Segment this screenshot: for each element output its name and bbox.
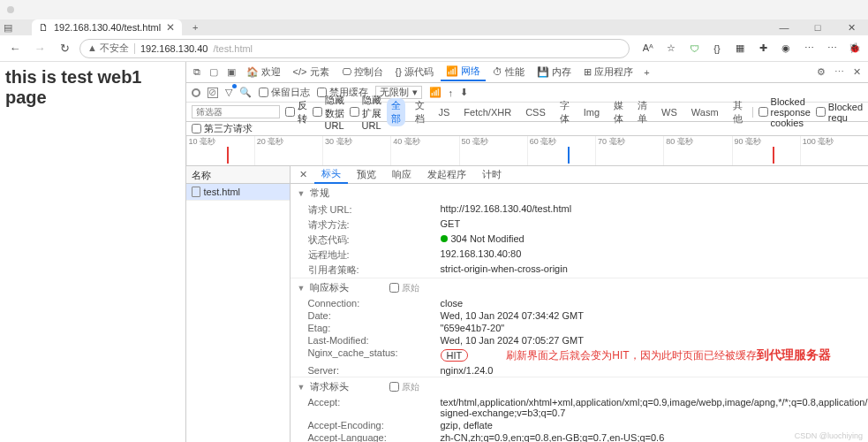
header-value: http://192.168.130.40/test.html — [441, 203, 869, 217]
header-row: 状态代码:304 Not Modified — [291, 232, 869, 248]
watermark: CSDN @luochiying — [795, 431, 863, 440]
header-row: 请求 URL:http://192.168.130.40/test.html — [291, 202, 869, 217]
browser-tabs: ▤ 🗋 192.168.130.40/test.html ✕ + — □ ✕ — [0, 19, 868, 35]
timeline-mark — [773, 147, 774, 164]
header-row: 请求方法:GET — [291, 217, 869, 232]
header-key: Date: — [308, 310, 441, 321]
forward-button[interactable]: → — [30, 39, 49, 58]
throttle-select[interactable]: 无限制▾ — [375, 86, 422, 99]
header-value: close — [441, 298, 869, 309]
close-detail-icon[interactable]: ✕ — [294, 169, 313, 180]
upload-icon[interactable]: ↑ — [449, 88, 454, 98]
section-header[interactable]: ▼响应标头原始 — [291, 278, 869, 297]
dtab-timing[interactable]: 计时 — [475, 166, 509, 183]
address-bar: ← → ↻ ▲ 不安全 192.168.130.40/test.html Aᴬ … — [0, 35, 868, 62]
tab-memory[interactable]: 💾 内存 — [532, 64, 577, 80]
dtab-response[interactable]: 响应 — [385, 166, 419, 183]
header-key: Server: — [308, 365, 441, 376]
minimize-button[interactable]: — — [767, 22, 801, 34]
header-key: Accept: — [308, 397, 441, 418]
more-icon[interactable]: ⋯ — [824, 41, 840, 57]
tab-list-icon[interactable]: ▤ — [0, 19, 16, 35]
header-key: Accept-Encoding: — [308, 420, 441, 431]
header-value: "659e41b7-20" — [441, 323, 869, 333]
section-header[interactable]: ▼请求标头原始 — [291, 377, 869, 396]
request-item[interactable]: test.html — [186, 184, 290, 201]
header-key: 引用者策略: — [308, 263, 441, 277]
download-icon[interactable]: ⬇ — [460, 87, 468, 98]
header-value: GET — [441, 218, 869, 232]
plus-icon[interactable]: + — [640, 67, 653, 78]
record-button[interactable] — [192, 88, 200, 97]
filter-input[interactable] — [192, 105, 280, 118]
reload-button[interactable]: ↻ — [55, 39, 74, 58]
tab-application[interactable]: ⊞ 应用程序 — [578, 64, 638, 80]
third-party-checkbox[interactable]: 第三方请求 — [192, 122, 253, 135]
more-icon[interactable]: ⋯ — [831, 66, 848, 78]
gear-icon[interactable]: ⚙ — [813, 66, 829, 78]
panel-icon[interactable]: ▣ — [223, 66, 239, 78]
maximize-button[interactable]: □ — [801, 22, 834, 34]
eye-ext-icon[interactable]: ◉ — [778, 41, 794, 57]
reading-mode-icon[interactable]: Aᴬ — [640, 41, 656, 57]
filter-ws[interactable]: WS — [657, 106, 682, 118]
close-icon[interactable]: ✕ — [166, 21, 175, 34]
close-icon[interactable]: ✕ — [849, 66, 864, 78]
dtab-preview[interactable]: 预览 — [350, 166, 383, 183]
tab-title: 192.168.130.40/test.html — [54, 22, 161, 33]
filter-fetch[interactable]: Fetch/XHR — [459, 106, 516, 118]
wifi-icon[interactable]: 📶 — [429, 87, 442, 98]
column-name[interactable]: 名称 — [186, 166, 290, 184]
inspect-icon[interactable]: ⧉ — [190, 66, 204, 78]
preserve-log-checkbox[interactable]: 保留日志 — [259, 86, 310, 99]
header-key: Nginx_cache_status: — [308, 347, 441, 363]
url-input[interactable]: ▲ 不安全 192.168.130.40/test.html — [79, 39, 630, 58]
filter-js[interactable]: JS — [434, 106, 455, 118]
header-value: gzip, deflate — [441, 420, 869, 431]
filter-img[interactable]: Img — [579, 106, 604, 118]
timeline-mark — [568, 147, 570, 164]
raw-checkbox[interactable]: 原始 — [389, 381, 419, 393]
tab-elements[interactable]: </> 元素 — [288, 64, 335, 80]
shield-icon[interactable]: 🛡 — [686, 41, 702, 57]
dtab-headers[interactable]: 标头 — [314, 166, 348, 184]
browser-tab[interactable]: 🗋 192.168.130.40/test.html ✕ — [32, 19, 182, 35]
raw-checkbox[interactable]: 原始 — [389, 282, 419, 294]
invert-checkbox[interactable]: 反转 — [285, 99, 307, 126]
favorite-icon[interactable]: ☆ — [663, 41, 679, 57]
tab-console[interactable]: 🖵 控制台 — [336, 64, 389, 80]
filter-toggle[interactable]: ▽ — [225, 87, 232, 98]
url-path: /test.html — [213, 43, 253, 54]
tab-performance[interactable]: ⏱ 性能 — [487, 64, 530, 80]
header-value: HIT 刷新界面之后就会变为HIT，因为此时页面已经被缓存到代理服务器 — [441, 347, 869, 363]
grid-ext-icon[interactable]: ▦ — [732, 41, 748, 57]
clear-button[interactable]: ⊘ — [208, 88, 218, 98]
filter-css[interactable]: CSS — [521, 106, 550, 118]
timeline[interactable]: 10 毫秒20 毫秒30 毫秒40 毫秒50 毫秒60 毫秒70 毫秒80 毫秒… — [186, 136, 869, 166]
dtab-initiator[interactable]: 发起程序 — [420, 166, 473, 183]
blocked-req-checkbox[interactable]: Blocked requ — [816, 102, 863, 123]
code-ext-icon[interactable]: {} — [709, 41, 725, 57]
new-tab-button[interactable]: + — [187, 19, 203, 35]
header-key: 请求 URL: — [308, 203, 441, 217]
header-row: Accept:text/html,application/xhtml+xml,a… — [291, 396, 869, 419]
header-key: 远程地址: — [308, 248, 441, 262]
back-button[interactable]: ← — [5, 39, 25, 58]
section-header[interactable]: ▼常规 — [291, 184, 869, 202]
tab-welcome[interactable]: 🏠 欢迎 — [241, 64, 286, 80]
header-row: Date:Wed, 10 Jan 2024 07:34:42 GMT — [291, 309, 869, 322]
filter-wasm[interactable]: Wasm — [687, 106, 723, 118]
divider — [134, 43, 135, 54]
tab-network[interactable]: 📶 网络 — [441, 63, 486, 81]
close-button[interactable]: ✕ — [834, 22, 868, 34]
bug-icon[interactable]: 🐞 — [847, 41, 863, 57]
search-icon[interactable]: 🔍 — [239, 87, 252, 98]
timeline-mark — [227, 147, 229, 164]
header-row: Last-Modified:Wed, 10 Jan 2024 07:05:27 … — [291, 334, 869, 347]
header-value: 192.168.130.40:80 — [441, 248, 869, 262]
collections-icon[interactable]: ⋯ — [801, 41, 817, 57]
plus-ext-icon[interactable]: ✚ — [755, 41, 771, 57]
device-icon[interactable]: ▢ — [206, 66, 222, 78]
tab-sources[interactable]: {} 源代码 — [390, 64, 439, 80]
page-content: this is test web1 page — [0, 62, 185, 442]
